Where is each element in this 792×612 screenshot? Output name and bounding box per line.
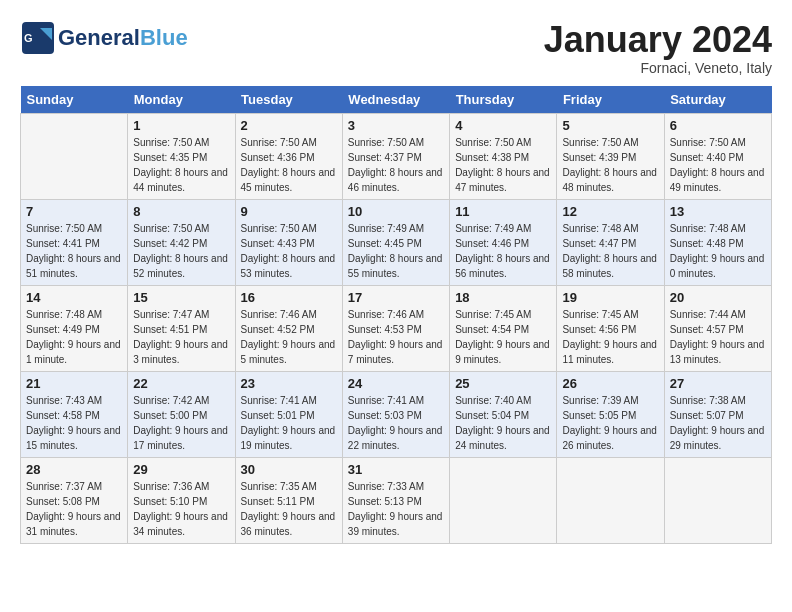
calendar-cell: 9Sunrise: 7:50 AMSunset: 4:43 PMDaylight… (235, 199, 342, 285)
day-number: 25 (455, 376, 551, 391)
day-number: 10 (348, 204, 444, 219)
day-number: 4 (455, 118, 551, 133)
day-number: 29 (133, 462, 229, 477)
calendar-cell: 29Sunrise: 7:36 AMSunset: 5:10 PMDayligh… (128, 457, 235, 543)
day-info: Sunrise: 7:35 AMSunset: 5:11 PMDaylight:… (241, 479, 337, 539)
calendar-cell: 20Sunrise: 7:44 AMSunset: 4:57 PMDayligh… (664, 285, 771, 371)
day-info: Sunrise: 7:42 AMSunset: 5:00 PMDaylight:… (133, 393, 229, 453)
day-number: 2 (241, 118, 337, 133)
day-info: Sunrise: 7:50 AMSunset: 4:38 PMDaylight:… (455, 135, 551, 195)
day-number: 8 (133, 204, 229, 219)
calendar-cell: 22Sunrise: 7:42 AMSunset: 5:00 PMDayligh… (128, 371, 235, 457)
header-wednesday: Wednesday (342, 86, 449, 114)
calendar-cell: 11Sunrise: 7:49 AMSunset: 4:46 PMDayligh… (450, 199, 557, 285)
calendar-title: January 2024 (544, 20, 772, 60)
day-info: Sunrise: 7:49 AMSunset: 4:45 PMDaylight:… (348, 221, 444, 281)
calendar-cell: 27Sunrise: 7:38 AMSunset: 5:07 PMDayligh… (664, 371, 771, 457)
calendar-cell: 3Sunrise: 7:50 AMSunset: 4:37 PMDaylight… (342, 113, 449, 199)
calendar-cell: 4Sunrise: 7:50 AMSunset: 4:38 PMDaylight… (450, 113, 557, 199)
day-number: 22 (133, 376, 229, 391)
day-info: Sunrise: 7:50 AMSunset: 4:37 PMDaylight:… (348, 135, 444, 195)
logo-icon: G (20, 20, 56, 56)
day-number: 14 (26, 290, 122, 305)
calendar-cell: 2Sunrise: 7:50 AMSunset: 4:36 PMDaylight… (235, 113, 342, 199)
logo-text: GeneralBlue (58, 25, 188, 50)
header-friday: Friday (557, 86, 664, 114)
day-number: 5 (562, 118, 658, 133)
day-info: Sunrise: 7:46 AMSunset: 4:53 PMDaylight:… (348, 307, 444, 367)
calendar-cell: 24Sunrise: 7:41 AMSunset: 5:03 PMDayligh… (342, 371, 449, 457)
day-info: Sunrise: 7:44 AMSunset: 4:57 PMDaylight:… (670, 307, 766, 367)
day-info: Sunrise: 7:48 AMSunset: 4:48 PMDaylight:… (670, 221, 766, 281)
page-header: G GeneralBlue January 2024 Fornaci, Vene… (20, 20, 772, 76)
day-number: 30 (241, 462, 337, 477)
day-info: Sunrise: 7:36 AMSunset: 5:10 PMDaylight:… (133, 479, 229, 539)
day-info: Sunrise: 7:48 AMSunset: 4:47 PMDaylight:… (562, 221, 658, 281)
calendar-week-row: 14Sunrise: 7:48 AMSunset: 4:49 PMDayligh… (21, 285, 772, 371)
day-number: 17 (348, 290, 444, 305)
calendar-cell: 19Sunrise: 7:45 AMSunset: 4:56 PMDayligh… (557, 285, 664, 371)
calendar-cell (557, 457, 664, 543)
calendar-week-row: 7Sunrise: 7:50 AMSunset: 4:41 PMDaylight… (21, 199, 772, 285)
day-number: 26 (562, 376, 658, 391)
day-info: Sunrise: 7:41 AMSunset: 5:01 PMDaylight:… (241, 393, 337, 453)
calendar-cell: 15Sunrise: 7:47 AMSunset: 4:51 PMDayligh… (128, 285, 235, 371)
day-info: Sunrise: 7:43 AMSunset: 4:58 PMDaylight:… (26, 393, 122, 453)
calendar-cell: 5Sunrise: 7:50 AMSunset: 4:39 PMDaylight… (557, 113, 664, 199)
logo: G GeneralBlue (20, 20, 188, 56)
calendar-cell: 31Sunrise: 7:33 AMSunset: 5:13 PMDayligh… (342, 457, 449, 543)
calendar-cell: 17Sunrise: 7:46 AMSunset: 4:53 PMDayligh… (342, 285, 449, 371)
day-info: Sunrise: 7:45 AMSunset: 4:56 PMDaylight:… (562, 307, 658, 367)
header-sunday: Sunday (21, 86, 128, 114)
calendar-cell: 30Sunrise: 7:35 AMSunset: 5:11 PMDayligh… (235, 457, 342, 543)
calendar-cell: 7Sunrise: 7:50 AMSunset: 4:41 PMDaylight… (21, 199, 128, 285)
calendar-cell: 23Sunrise: 7:41 AMSunset: 5:01 PMDayligh… (235, 371, 342, 457)
day-info: Sunrise: 7:47 AMSunset: 4:51 PMDaylight:… (133, 307, 229, 367)
calendar-cell: 13Sunrise: 7:48 AMSunset: 4:48 PMDayligh… (664, 199, 771, 285)
calendar-cell: 28Sunrise: 7:37 AMSunset: 5:08 PMDayligh… (21, 457, 128, 543)
day-number: 9 (241, 204, 337, 219)
day-number: 23 (241, 376, 337, 391)
day-number: 15 (133, 290, 229, 305)
day-info: Sunrise: 7:45 AMSunset: 4:54 PMDaylight:… (455, 307, 551, 367)
day-number: 6 (670, 118, 766, 133)
day-info: Sunrise: 7:48 AMSunset: 4:49 PMDaylight:… (26, 307, 122, 367)
title-block: January 2024 Fornaci, Veneto, Italy (544, 20, 772, 76)
day-number: 16 (241, 290, 337, 305)
day-number: 21 (26, 376, 122, 391)
day-info: Sunrise: 7:39 AMSunset: 5:05 PMDaylight:… (562, 393, 658, 453)
calendar-cell: 25Sunrise: 7:40 AMSunset: 5:04 PMDayligh… (450, 371, 557, 457)
day-info: Sunrise: 7:33 AMSunset: 5:13 PMDaylight:… (348, 479, 444, 539)
day-number: 18 (455, 290, 551, 305)
svg-text:G: G (24, 32, 33, 44)
day-info: Sunrise: 7:46 AMSunset: 4:52 PMDaylight:… (241, 307, 337, 367)
calendar-week-row: 21Sunrise: 7:43 AMSunset: 4:58 PMDayligh… (21, 371, 772, 457)
calendar-header-row: Sunday Monday Tuesday Wednesday Thursday… (21, 86, 772, 114)
calendar-cell: 1Sunrise: 7:50 AMSunset: 4:35 PMDaylight… (128, 113, 235, 199)
day-info: Sunrise: 7:50 AMSunset: 4:39 PMDaylight:… (562, 135, 658, 195)
calendar-cell (21, 113, 128, 199)
calendar-cell: 26Sunrise: 7:39 AMSunset: 5:05 PMDayligh… (557, 371, 664, 457)
calendar-cell: 6Sunrise: 7:50 AMSunset: 4:40 PMDaylight… (664, 113, 771, 199)
day-number: 19 (562, 290, 658, 305)
day-number: 31 (348, 462, 444, 477)
header-tuesday: Tuesday (235, 86, 342, 114)
calendar-table: Sunday Monday Tuesday Wednesday Thursday… (20, 86, 772, 544)
calendar-week-row: 28Sunrise: 7:37 AMSunset: 5:08 PMDayligh… (21, 457, 772, 543)
day-number: 7 (26, 204, 122, 219)
calendar-cell: 8Sunrise: 7:50 AMSunset: 4:42 PMDaylight… (128, 199, 235, 285)
header-monday: Monday (128, 86, 235, 114)
day-number: 24 (348, 376, 444, 391)
day-number: 11 (455, 204, 551, 219)
calendar-cell: 21Sunrise: 7:43 AMSunset: 4:58 PMDayligh… (21, 371, 128, 457)
calendar-cell: 16Sunrise: 7:46 AMSunset: 4:52 PMDayligh… (235, 285, 342, 371)
day-info: Sunrise: 7:50 AMSunset: 4:41 PMDaylight:… (26, 221, 122, 281)
header-thursday: Thursday (450, 86, 557, 114)
calendar-cell: 10Sunrise: 7:49 AMSunset: 4:45 PMDayligh… (342, 199, 449, 285)
calendar-cell: 18Sunrise: 7:45 AMSunset: 4:54 PMDayligh… (450, 285, 557, 371)
day-number: 12 (562, 204, 658, 219)
calendar-week-row: 1Sunrise: 7:50 AMSunset: 4:35 PMDaylight… (21, 113, 772, 199)
day-number: 3 (348, 118, 444, 133)
day-number: 20 (670, 290, 766, 305)
day-number: 27 (670, 376, 766, 391)
